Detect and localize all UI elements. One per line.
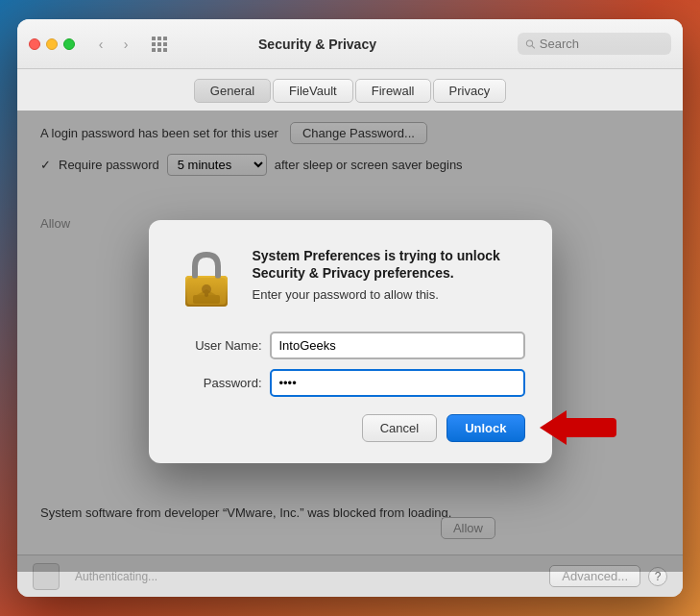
search-input[interactable] [540, 37, 664, 51]
modal-text: System Preferences is trying to unlock S… [253, 247, 525, 308]
tabs-bar: General FileVault Firewall Privacy [17, 69, 683, 111]
username-label: User Name: [176, 338, 262, 353]
username-row: User Name: [176, 332, 525, 359]
search-icon [525, 38, 536, 50]
username-input[interactable] [270, 332, 525, 359]
modal-body: Enter your password to allow this. [253, 287, 525, 302]
tab-general[interactable]: General [194, 79, 271, 103]
system-preferences-window: ‹ › Security & Privacy General FileVault… [17, 19, 683, 597]
minimize-button[interactable] [46, 38, 58, 50]
password-row: Password: [176, 369, 525, 397]
red-arrow [540, 410, 616, 445]
modal-form: User Name: Password: [176, 332, 525, 397]
window-title: Security & Privacy [125, 37, 510, 52]
tab-filevault[interactable]: FileVault [273, 79, 353, 103]
close-button[interactable] [29, 38, 40, 50]
lock-icon [176, 247, 237, 308]
modal-header: System Preferences is trying to unlock S… [176, 247, 525, 308]
modal-buttons: Cancel Unlock [176, 414, 525, 442]
titlebar: ‹ › Security & Privacy [17, 19, 683, 69]
tab-privacy[interactable]: Privacy [433, 79, 507, 103]
unlock-dialog: System Preferences is trying to unlock S… [149, 220, 552, 463]
svg-rect-7 [193, 295, 220, 304]
unlock-button[interactable]: Unlock [447, 414, 524, 442]
tab-firewall[interactable]: Firewall [355, 79, 431, 103]
svg-line-1 [532, 45, 535, 48]
modal-overlay: System Preferences is trying to unlock S… [17, 111, 683, 572]
password-input[interactable] [270, 369, 525, 397]
traffic-lights [29, 38, 75, 50]
modal-title: System Preferences is trying to unlock S… [253, 247, 525, 282]
cancel-button[interactable]: Cancel [362, 414, 437, 442]
maximize-button[interactable] [63, 38, 75, 50]
password-label: Password: [176, 376, 262, 390]
svg-point-0 [526, 39, 532, 45]
back-button[interactable]: ‹ [90, 34, 111, 55]
content-area: A login password has been set for this u… [17, 111, 683, 572]
search-bar[interactable] [518, 33, 671, 55]
